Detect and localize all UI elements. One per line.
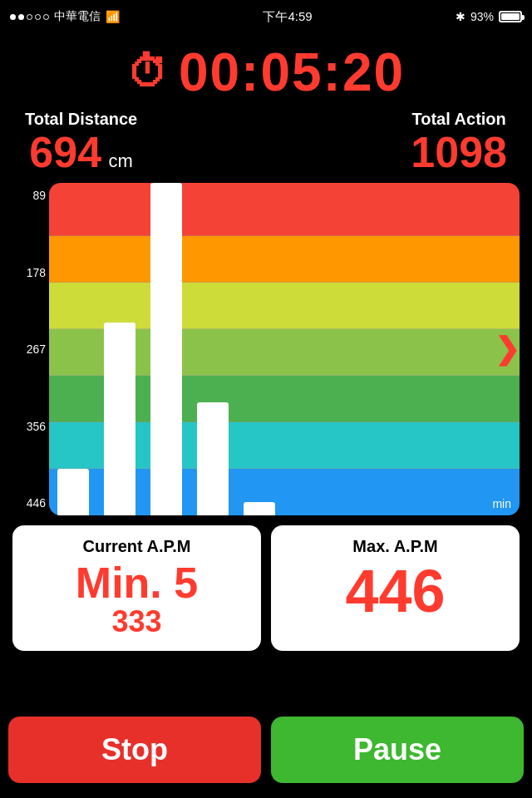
dot4 bbox=[35, 14, 41, 20]
dot5 bbox=[43, 14, 49, 20]
y-label-356: 356 bbox=[12, 421, 46, 432]
distance-value: 694 bbox=[29, 128, 101, 176]
bar-5 bbox=[244, 502, 275, 515]
current-apm-card: Current A.P.M Min. 5 333 bbox=[12, 525, 261, 651]
pause-button[interactable]: Pause bbox=[271, 717, 524, 783]
bluetooth-icon: ✱ bbox=[456, 10, 466, 23]
chart-wrapper: 446 356 267 178 89 bbox=[12, 183, 520, 515]
battery-percentage: 93% bbox=[470, 10, 494, 23]
timer-icon: ⏱ bbox=[127, 48, 170, 96]
max-apm-card: Max. A.P.M 446 bbox=[271, 525, 520, 651]
stats-row: Total Distance 694 cm Total Action 1098 bbox=[0, 110, 532, 176]
max-apm-value: 446 bbox=[284, 561, 506, 621]
battery-fill bbox=[501, 13, 520, 20]
min-label: min bbox=[492, 497, 511, 510]
signal-dots bbox=[10, 14, 49, 20]
bar-4 bbox=[197, 402, 229, 515]
y-label-446: 446 bbox=[12, 497, 46, 509]
wifi-icon: 📶 bbox=[106, 10, 120, 23]
dot2 bbox=[18, 14, 24, 20]
current-apm-title: Current A.P.M bbox=[26, 537, 248, 556]
stop-button[interactable]: Stop bbox=[8, 717, 261, 783]
action-block: Total Action 1098 bbox=[411, 110, 507, 176]
chevron-right-icon[interactable]: ❯ bbox=[495, 332, 520, 367]
timer-display: ⏱ 00:05:20 bbox=[0, 42, 532, 103]
status-time: 下午4:59 bbox=[263, 9, 312, 25]
current-apm-line1: Min. 5 bbox=[26, 561, 248, 604]
max-apm-title: Max. A.P.M bbox=[284, 537, 506, 556]
apm-row: Current A.P.M Min. 5 333 Max. A.P.M 446 bbox=[12, 525, 520, 651]
timer-section: ⏱ 00:05:20 bbox=[0, 33, 532, 110]
bar-1 bbox=[57, 469, 89, 515]
status-left: 中華電信 📶 bbox=[10, 9, 120, 24]
chart-area: min bbox=[49, 183, 520, 515]
y-label-89: 89 bbox=[12, 190, 46, 201]
distance-unit: cm bbox=[109, 150, 133, 171]
distance-label: Total Distance bbox=[25, 110, 137, 129]
y-label-178: 178 bbox=[12, 267, 46, 278]
bar-2 bbox=[104, 323, 135, 515]
distance-block: Total Distance 694 cm bbox=[25, 110, 137, 176]
status-bar: 中華電信 📶 下午4:59 ✱ 93% bbox=[0, 0, 532, 33]
battery-icon bbox=[499, 11, 522, 22]
dot1 bbox=[10, 14, 16, 20]
action-label: Total Action bbox=[411, 110, 507, 129]
bars-container bbox=[49, 183, 520, 515]
chart-container: 446 356 267 178 89 bbox=[12, 183, 520, 515]
status-right: ✱ 93% bbox=[456, 10, 522, 23]
chart-y-labels: 446 356 267 178 89 bbox=[12, 183, 46, 515]
carrier-label: 中華電信 bbox=[54, 9, 101, 24]
distance-value-row: 694 cm bbox=[25, 129, 137, 176]
button-row: Stop Pause bbox=[8, 717, 524, 783]
current-apm-line2: 333 bbox=[26, 604, 248, 639]
timer-value: 00:05:20 bbox=[179, 42, 405, 103]
y-label-267: 267 bbox=[12, 343, 46, 355]
action-value: 1098 bbox=[411, 129, 507, 176]
bar-3 bbox=[150, 183, 182, 515]
dot3 bbox=[27, 14, 32, 20]
